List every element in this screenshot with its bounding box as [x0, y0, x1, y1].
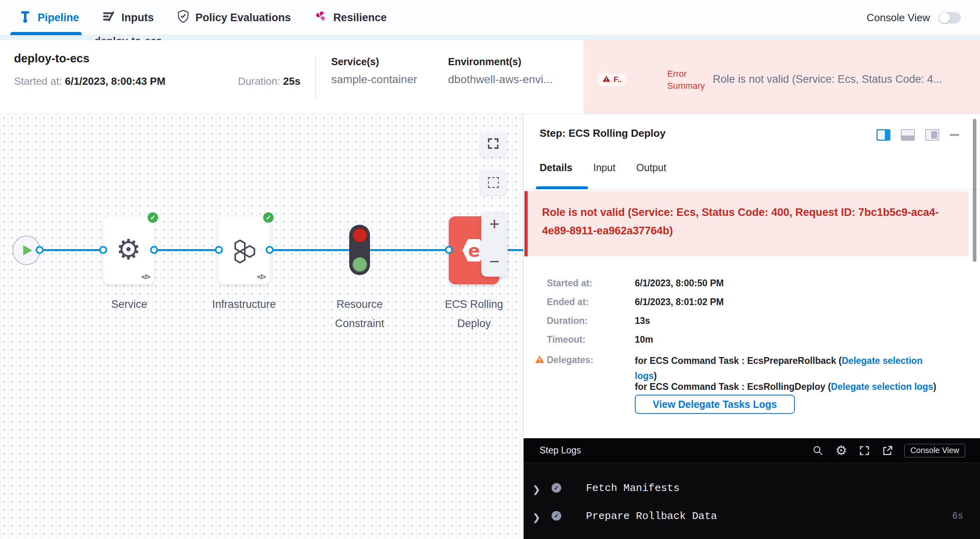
error-summary-label: Error Summary — [667, 68, 713, 92]
success-check-icon: ✓ — [262, 212, 274, 224]
tab-inputs[interactable]: Inputs — [102, 10, 154, 26]
zoom-in-button[interactable]: + — [489, 214, 500, 234]
tab-output[interactable]: Output — [636, 162, 666, 174]
log-fullscreen-icon[interactable] — [858, 444, 871, 457]
log-section-row[interactable]: ❯ ✓ Prepare Rollback Data 6s — [524, 509, 980, 529]
search-icon[interactable] — [812, 444, 824, 457]
step-panel-title: Step: ECS Rolling Deploy — [540, 127, 666, 140]
step-logs-toolbar: ⚙ Console View — [812, 444, 965, 457]
started-at: Started at: 6/1/2023, 8:00:43 PM — [14, 75, 166, 88]
nav-tab-label: Inputs — [122, 12, 154, 24]
tab-pipeline[interactable]: Pipeline — [19, 10, 79, 26]
layout-bottom-view-icon[interactable] — [901, 129, 915, 141]
scrolled-content-strip: deploy-to-ecs — [0, 35, 980, 40]
tab-details[interactable]: Details — [540, 162, 572, 174]
active-tab-underline — [10, 32, 82, 35]
status-badge-text: F.. — [614, 75, 622, 84]
services-block: Service(s) sample-container — [331, 56, 417, 86]
inputs-icon — [102, 10, 115, 26]
port-service-out — [150, 246, 158, 254]
step-tabs: Details Input Output — [540, 162, 666, 174]
detail-row-delegates: Delegates: — [547, 355, 593, 365]
nav-tab-label: Policy Evaluations — [196, 12, 291, 24]
environments-value: dbothwell-aws-envi... — [448, 73, 552, 86]
started-value: 6/1/2023, 8:00:43 PM — [65, 75, 166, 87]
pipeline-icon — [19, 10, 31, 26]
play-icon — [23, 245, 32, 256]
canvas-select-button[interactable] — [480, 170, 506, 195]
started-label: Started at: — [14, 75, 62, 87]
hexagons-icon — [219, 239, 270, 267]
detail-row-started: Started at: 6/1/2023, 8:00:50 PM — [547, 278, 592, 289]
traffic-light-green — [352, 257, 367, 272]
nav-tab-label: Resilience — [333, 12, 387, 24]
toggle-knob — [939, 12, 950, 23]
node-service-label: Service — [91, 295, 167, 314]
canvas-fullscreen-button[interactable] — [480, 132, 506, 157]
log-settings-gear-icon[interactable]: ⚙ — [835, 444, 848, 457]
resilience-chaos-icon — [314, 10, 327, 26]
pipeline-canvas[interactable]: ✓ ⚙ </> Service ✓ </> Infrastructure Res… — [0, 114, 523, 539]
execution-header: deploy-to-ecs Started at: 6/1/2023, 8:00… — [0, 40, 980, 114]
step-logs-body: ❯ ✓ Fetch Manifests ❯ ✓ Prepare Rollback… — [524, 463, 980, 539]
marquee-select-icon — [488, 177, 499, 188]
console-view-label: Console View — [866, 12, 930, 24]
open-in-new-icon[interactable] — [881, 444, 894, 457]
layout-split-view-icon[interactable] — [876, 129, 890, 141]
port-infra-in — [215, 246, 223, 254]
zoom-out-button[interactable]: − — [489, 252, 500, 271]
warning-triangle-icon — [535, 355, 544, 366]
environments-block: Environment(s) dbothwell-aws-envi... — [448, 56, 552, 86]
duration: Duration: 25s — [238, 75, 300, 88]
services-value: sample-container — [331, 73, 417, 86]
node-infrastructure[interactable]: ✓ </> — [219, 216, 270, 284]
tab-policy-evaluations[interactable]: Policy Evaluations — [177, 10, 291, 26]
tab-resilience[interactable]: Resilience — [314, 10, 387, 26]
tabs-divider — [524, 189, 980, 190]
error-triangle-icon — [602, 75, 610, 84]
port-ecs-in — [445, 246, 453, 254]
header-divider — [315, 57, 316, 98]
fullscreen-icon — [487, 137, 500, 152]
view-delegate-tasks-logs-button[interactable]: View Delegate Tasks Logs — [635, 395, 795, 414]
nav-tab-label: Pipeline — [38, 12, 79, 24]
log-section-row[interactable]: ❯ ✓ Fetch Manifests — [524, 481, 980, 501]
top-nav: Pipeline Inputs Policy Evaluations — [0, 0, 980, 35]
step-logs-title: Step Logs — [540, 445, 581, 456]
gear-icon: ⚙ — [103, 236, 154, 264]
node-infrastructure-label: Infrastructure — [202, 295, 286, 314]
detail-row-duration: Duration: 13s — [547, 315, 588, 326]
success-check-icon: ✓ — [147, 212, 159, 224]
node-resource-constraint[interactable] — [349, 225, 370, 275]
environments-label: Environment(s) — [448, 56, 552, 68]
code-badge-icon: </> — [257, 273, 266, 281]
shield-check-icon — [177, 10, 189, 26]
tab-input[interactable]: Input — [593, 162, 616, 174]
port-start-out — [36, 246, 44, 254]
services-label: Service(s) — [331, 56, 417, 68]
nav-tabs: Pipeline Inputs Policy Evaluations — [19, 0, 387, 35]
canvas-zoom-controls: + − — [481, 212, 508, 277]
error-summary-band: F.. Error Summary Role is not valid (Ser… — [584, 40, 980, 114]
chevron-right-icon[interactable]: ❯ — [532, 512, 540, 523]
clipped-pipeline-title: deploy-to-ecs — [94, 36, 162, 40]
delegate-selection-logs-link[interactable]: Delegate selection — [842, 355, 922, 366]
delegate-entry-2: for ECS Command Task : EcsRollingDeploy … — [635, 379, 980, 394]
minimize-panel-icon[interactable] — [950, 134, 959, 136]
port-infra-out — [266, 246, 274, 254]
logs-console-view-button[interactable]: Console View — [904, 444, 965, 457]
console-view-toggle[interactable] — [939, 12, 961, 24]
delegate-selection-logs-link[interactable]: Delegate selection logs — [831, 381, 933, 392]
node-resource-constraint-label: Resource Constraint — [316, 295, 404, 333]
panel-layout-icons — [876, 129, 959, 141]
node-ecs-label: ECS Rolling Deploy — [432, 295, 516, 333]
failed-status-badge[interactable]: F.. — [598, 73, 626, 86]
step-logs-header: Step Logs ⚙ Console View — [524, 438, 980, 463]
layout-right-view-icon[interactable] — [925, 129, 939, 141]
code-badge-icon: </> — [141, 273, 150, 281]
duration-value: 25s — [283, 75, 300, 87]
node-service[interactable]: ✓ ⚙ </> — [103, 216, 154, 284]
duration-label: Duration: — [238, 75, 280, 87]
chevron-right-icon[interactable]: ❯ — [532, 484, 540, 495]
panel-scrollbar-thumb[interactable] — [973, 119, 976, 262]
